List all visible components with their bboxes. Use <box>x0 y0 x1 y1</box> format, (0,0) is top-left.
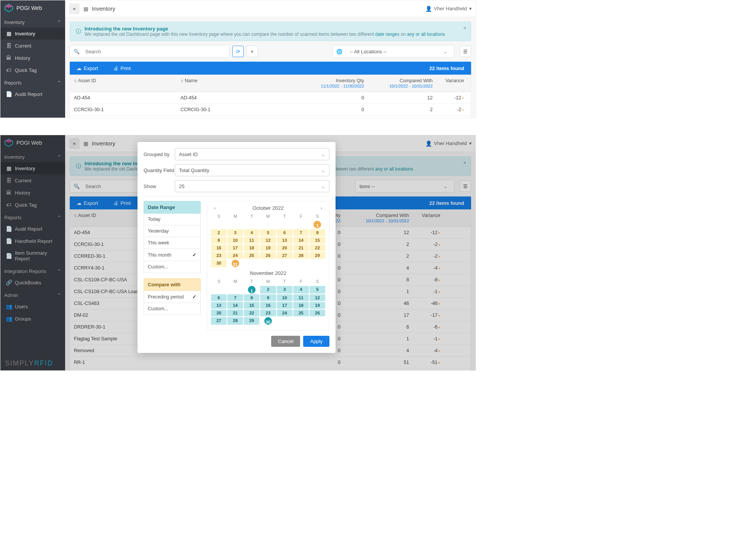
calendar-day[interactable]: 24 <box>227 252 243 259</box>
calendar-day[interactable]: 4 <box>244 229 259 236</box>
col-name[interactable]: ⇅Name <box>177 75 299 92</box>
calendar-prev-button[interactable]: ‹ <box>213 205 217 211</box>
sidebar-item-quick-tag[interactable]: 🏷 Quick Tag <box>0 64 65 76</box>
calendar-day[interactable]: 20 <box>277 244 292 251</box>
calendar-day[interactable]: 13 <box>211 302 227 309</box>
calendar-day[interactable]: 31 <box>232 260 239 267</box>
grouped-by-select[interactable]: Asset ID⌄ <box>175 148 329 160</box>
col-asset-id[interactable]: ⇅Asset ID <box>70 75 177 92</box>
calendar-day[interactable]: 21 <box>227 310 243 316</box>
cancel-button[interactable]: Cancel <box>271 336 300 347</box>
search-input[interactable] <box>83 49 229 54</box>
preset-item[interactable]: This month✓ <box>144 249 201 261</box>
calendar-day[interactable]: 15 <box>310 237 325 244</box>
calendar-day[interactable]: 25 <box>293 310 309 316</box>
sidebar-item-history[interactable]: 🏛 History <box>0 52 65 64</box>
calendar-day[interactable]: 23 <box>211 252 227 259</box>
calendar-day[interactable]: 3 <box>277 286 292 294</box>
calendar-day[interactable]: 1 <box>248 286 256 294</box>
calendar-day[interactable]: 13 <box>277 237 292 244</box>
calendar-day[interactable]: 4 <box>293 286 309 294</box>
calendar-day[interactable]: 11 <box>244 237 259 244</box>
calendar-day[interactable]: 2 <box>260 286 276 294</box>
alert-link-date-ranges[interactable]: date ranges <box>375 32 399 37</box>
show-select[interactable]: 25⌄ <box>175 180 329 192</box>
calendar-day[interactable]: 27 <box>277 252 292 259</box>
sidebar-item-audit-report[interactable]: 📄 Audit Report <box>0 88 65 100</box>
alert-close-button[interactable]: × <box>463 25 466 31</box>
calendar-day[interactable]: 20 <box>211 310 227 316</box>
calendar-day[interactable]: 26 <box>260 252 276 259</box>
apply-button[interactable]: Apply <box>303 336 329 347</box>
calendar-day[interactable]: 10 <box>227 237 243 244</box>
calendar-day[interactable]: 27 <box>211 317 227 325</box>
preset-item[interactable]: Custom... <box>144 303 201 315</box>
calendar-next-button[interactable]: › <box>319 205 324 211</box>
calendar-day[interactable]: 23 <box>260 310 276 316</box>
calendar-day[interactable]: 16 <box>211 244 227 251</box>
calendar-day[interactable]: 28 <box>293 252 309 259</box>
calendar-day[interactable]: 8 <box>244 294 259 301</box>
user-menu[interactable]: 👤 Vher Handheld ▾ <box>425 6 472 12</box>
calendar-day[interactable]: 12 <box>260 237 276 244</box>
calendar-day[interactable]: 17 <box>277 302 292 309</box>
calendar-day[interactable]: 30 <box>211 260 227 267</box>
calendar-day[interactable]: 3 <box>227 229 243 236</box>
sidebar-item-current[interactable]: 🗄 Current <box>0 40 65 52</box>
settings-button[interactable]: ☰ <box>460 46 471 57</box>
calendar-day[interactable]: 25 <box>244 252 259 259</box>
col-compared-with[interactable]: Compared With10/1/2022 - 10/31/2022 <box>368 75 436 92</box>
refresh-button[interactable]: ⟳ <box>232 46 244 57</box>
calendar-day[interactable]: 16 <box>260 302 276 309</box>
calendar-day[interactable]: 24 <box>277 310 292 316</box>
calendar-day[interactable]: 22 <box>244 310 259 316</box>
calendar-day[interactable]: 6 <box>211 294 227 301</box>
sidebar-item-inventory[interactable]: ▦ Inventory <box>0 27 65 40</box>
calendar-day[interactable]: 1 <box>313 221 321 228</box>
calendar-day[interactable]: 30 <box>264 317 272 325</box>
calendar-day[interactable]: 15 <box>244 302 259 309</box>
calendar-day[interactable]: 12 <box>310 294 325 301</box>
calendar-day[interactable]: 29 <box>310 252 325 259</box>
calendar-day[interactable]: 6 <box>277 229 292 236</box>
calendar-day[interactable]: 5 <box>260 229 276 236</box>
calendar-day[interactable]: 28 <box>227 317 243 325</box>
calendar-day[interactable]: 8 <box>310 229 325 236</box>
sidebar-section-inventory[interactable]: Inventory ⌃ <box>0 16 65 27</box>
calendar-day[interactable]: 18 <box>244 244 259 251</box>
preset-item[interactable]: Today <box>144 214 201 225</box>
calendar-day[interactable]: 14 <box>227 302 243 309</box>
quantity-field-select[interactable]: Total Quantity⌄ <box>175 164 329 176</box>
calendar-day[interactable]: 9 <box>211 237 227 244</box>
col-variance[interactable]: Variance <box>436 75 471 92</box>
calendar-day[interactable]: 21 <box>293 244 309 251</box>
export-button[interactable]: ☁Export <box>77 65 98 71</box>
sidebar-section-reports[interactable]: Reports ⌃ <box>0 76 65 88</box>
calendar-day[interactable]: 29 <box>244 317 259 325</box>
calendar-day[interactable]: 19 <box>310 302 325 309</box>
calendar-day[interactable]: 19 <box>260 244 276 251</box>
col-inventory-qty[interactable]: Inventory Qty11/1/2022 - 11/30/2022 <box>299 75 368 92</box>
calendar-day[interactable]: 5 <box>310 286 325 294</box>
calendar-day[interactable]: 26 <box>310 310 325 316</box>
preset-item[interactable]: Custom... <box>144 261 201 273</box>
location-select[interactable]: 🌐 -- All Locations -- ⌄ <box>332 45 454 58</box>
preset-item[interactable]: Preceding period✓ <box>144 291 201 303</box>
calendar-day[interactable]: 2 <box>211 229 227 236</box>
table-row[interactable]: CCRRED-30-1CCRRED-30-102-2▾ <box>70 116 471 118</box>
preset-item[interactable]: This week <box>144 237 201 249</box>
calendar-day[interactable]: 17 <box>227 244 243 251</box>
print-button[interactable]: 🖨Print <box>113 65 131 71</box>
calendar-day[interactable]: 10 <box>277 294 292 301</box>
calendar-day[interactable]: 7 <box>227 294 243 301</box>
calendar-day[interactable]: 14 <box>293 237 309 244</box>
clear-button[interactable]: × <box>246 46 258 57</box>
sidebar-collapse-button[interactable]: « <box>69 3 80 14</box>
calendar-day[interactable]: 11 <box>293 294 309 301</box>
preset-item[interactable]: Yesterday <box>144 225 201 237</box>
calendar-day[interactable]: 7 <box>293 229 309 236</box>
alert-link-locations[interactable]: any or all locations <box>407 32 445 37</box>
table-row[interactable]: CCRCIG-30-1CCRCIG-30-102-2▾ <box>70 104 471 116</box>
calendar-day[interactable]: 9 <box>260 294 276 301</box>
table-row[interactable]: AD-454AD-454012-12▾ <box>70 92 471 104</box>
